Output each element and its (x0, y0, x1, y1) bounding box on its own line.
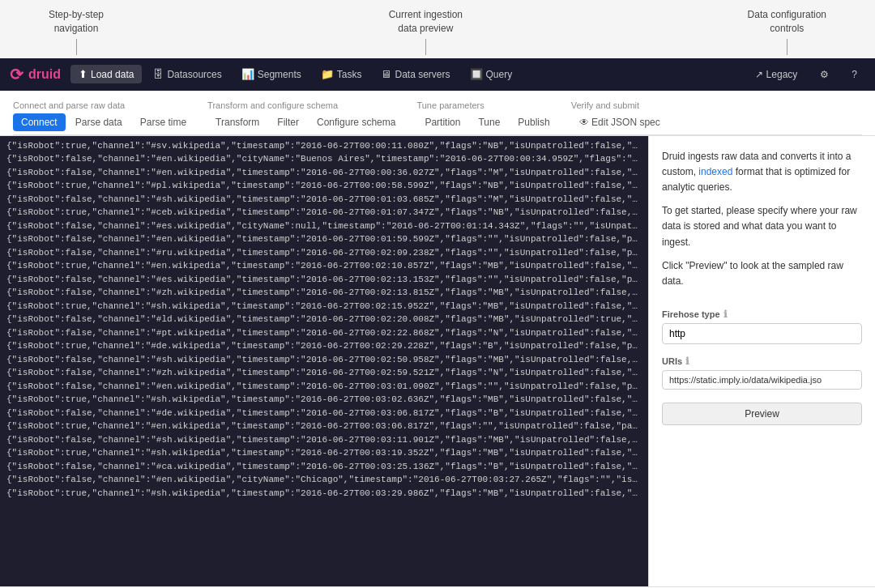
data-line: {"isRobot":true,"channel":"#sv.wikipedia… (6, 139, 642, 153)
segments-icon: 📊 (241, 68, 254, 80)
nav-load-data[interactable]: ⬆ Load data (70, 65, 142, 83)
uris-group: URIs ℹ https://static.imply.io/data/wiki… (662, 356, 862, 390)
description-text: Druid ingests raw data and converts it i… (662, 149, 862, 196)
wizard-steps-verify: 👁 Edit JSON spec (571, 113, 668, 131)
nav-legacy-label: Legacy (766, 69, 798, 80)
firehose-label: Firehose type ℹ (662, 309, 862, 320)
logo: ⟳ druid (10, 65, 61, 84)
main-content: {"isRobot":true,"channel":"#sv.wikipedia… (0, 136, 875, 586)
annotation-right: Data configurationcontrols (748, 8, 826, 55)
tasks-icon: 📁 (321, 68, 334, 80)
step-transform[interactable]: Transform (207, 113, 267, 131)
nav-datasources[interactable]: 🗄 Datasources (145, 65, 229, 83)
step-edit-json[interactable]: 👁 Edit JSON spec (571, 113, 668, 131)
data-line: {"isRobot":false,"channel":"#sh.wikipedi… (6, 353, 642, 367)
data-line: {"isRobot":true,"channel":"#ceb.wikipedi… (6, 206, 642, 219)
description-text-3: Click "Preview" to look at the sampled r… (662, 258, 862, 289)
nav-segments[interactable]: 📊 Segments (233, 65, 309, 83)
data-line: {"isRobot":false,"channel":"#es.wikipedi… (6, 219, 642, 233)
data-line: {"isRobot":false,"channel":"#ld.wikipedi… (6, 313, 642, 326)
data-line: {"isRobot":false,"channel":"#zh.wikipedi… (6, 286, 642, 300)
query-icon: 🔲 (470, 68, 483, 80)
firehose-select[interactable]: http local inline s3 hdfs (662, 323, 862, 344)
nav-segments-label: Segments (258, 69, 301, 80)
group-label-transform: Transform and configure schema (207, 100, 403, 110)
data-line: {"isRobot":true,"channel":"#en.wikipedia… (6, 420, 642, 433)
nav-legacy-icon: ↗ (755, 69, 763, 80)
wizard-group-tune: Tune parameters Partition Tune Publish (416, 97, 570, 134)
nav-right: ↗ Legacy ⚙ ? (747, 66, 865, 83)
data-line: {"isRobot":false,"channel":"#sh.wikipedi… (6, 193, 642, 207)
wizard-steps-transform: Transform Filter Configure schema (207, 113, 403, 131)
data-line: {"isRobot":false,"channel":"#en.wikipedi… (6, 166, 642, 180)
data-servers-icon: 🖥 (381, 68, 391, 80)
nav-tasks[interactable]: 📁 Tasks (313, 65, 370, 83)
wizard-group-transform: Transform and configure schema Transform… (207, 97, 416, 134)
data-line: {"isRobot":false,"channel":"#es.wikipedi… (6, 273, 642, 287)
annotation-center: Current ingestiondata preview (389, 8, 463, 55)
step-connect[interactable]: Connect (13, 113, 66, 131)
step-filter[interactable]: Filter (269, 113, 307, 131)
nav-tasks-label: Tasks (337, 69, 362, 80)
nav-data-servers[interactable]: 🖥 Data servers (373, 65, 458, 83)
wizard-groups: Connect and parse raw data Connect Parse… (13, 91, 862, 135)
data-line: {"isRobot":true,"channel":"#en.wikipedia… (6, 259, 642, 273)
data-line: {"isRobot":true,"channel":"#sh.wikipedia… (6, 487, 642, 501)
nav-datasources-label: Datasources (167, 69, 221, 80)
firehose-info-icon[interactable]: ℹ (723, 309, 728, 320)
nav-help[interactable]: ? (843, 66, 865, 83)
step-parse-time[interactable]: Parse time (132, 113, 194, 131)
group-label-tune: Tune parameters (416, 100, 557, 110)
load-data-icon: ⬆ (79, 68, 88, 80)
data-line: {"isRobot":false,"channel":"#ca.wikipedi… (6, 460, 642, 474)
data-preview-panel[interactable]: {"isRobot":true,"channel":"#sv.wikipedia… (0, 136, 648, 586)
annotations-bar: Step-by-stepnavigation Current ingestion… (0, 0, 875, 58)
wizard-steps-tune: Partition Tune Publish (416, 113, 557, 131)
preview-button[interactable]: Preview (662, 403, 862, 425)
navbar: ⟳ druid ⬆ Load data 🗄 Datasources 📊 Segm… (0, 58, 875, 91)
step-configure-schema[interactable]: Configure schema (309, 113, 403, 131)
data-line: {"isRobot":false,"channel":"#en.wikipedi… (6, 473, 642, 487)
wizard-group-verify: Verify and submit 👁 Edit JSON spec (571, 97, 681, 134)
data-line: {"isRobot":false,"channel":"#zh.wikipedi… (6, 366, 642, 380)
logo-icon: ⟳ (10, 65, 23, 84)
description-text-2: To get started, please specify where you… (662, 203, 862, 250)
wizard-steps-connect: Connect Parse data Parse time (13, 113, 194, 131)
data-line: {"isRobot":true,"channel":"#sh.wikipedia… (6, 446, 642, 460)
nav-legacy[interactable]: ↗ Legacy (747, 66, 806, 83)
data-line: {"isRobot":false,"channel":"#en.wikipedi… (6, 152, 642, 166)
step-publish[interactable]: Publish (510, 113, 557, 131)
logo-text: druid (28, 67, 61, 82)
data-line: {"isRobot":false,"channel":"#de.wikipedi… (6, 407, 642, 420)
uris-input[interactable]: https://static.imply.io/data/wikipedia.j… (662, 370, 862, 390)
data-line: {"isRobot":false,"channel":"#sh.wikipedi… (6, 433, 642, 447)
step-tune[interactable]: Tune (470, 113, 508, 131)
step-partition[interactable]: Partition (416, 113, 468, 131)
indexed-link[interactable]: indexed (698, 166, 732, 177)
data-line: {"isRobot":false,"channel":"#en.wikipedi… (6, 380, 642, 394)
help-icon: ? (852, 69, 857, 80)
nav-settings[interactable]: ⚙ (812, 66, 837, 83)
data-line: {"isRobot":true,"channel":"#pl.wikipedia… (6, 179, 642, 193)
step-parse-data[interactable]: Parse data (67, 113, 130, 131)
data-line: {"isRobot":false,"channel":"#ru.wikipedi… (6, 246, 642, 260)
nav-query[interactable]: 🔲 Query (462, 65, 521, 83)
wizard-bar: Connect and parse raw data Connect Parse… (0, 91, 875, 136)
datasources-icon: 🗄 (153, 68, 164, 80)
uris-label: URIs ℹ (662, 356, 862, 367)
group-label-verify: Verify and submit (571, 100, 668, 110)
wizard-group-connect: Connect and parse raw data Connect Parse… (13, 97, 207, 134)
data-line: {"isRobot":true,"channel":"#de.wikipedia… (6, 339, 642, 353)
data-line: {"isRobot":true,"channel":"#sh.wikipedia… (6, 300, 642, 313)
data-line: {"isRobot":false,"channel":"#en.wikipedi… (6, 232, 642, 246)
data-line: {"isRobot":false,"channel":"#pt.wikipedi… (6, 326, 642, 340)
settings-icon: ⚙ (820, 69, 829, 80)
nav-load-data-label: Load data (91, 69, 134, 80)
data-line: {"isRobot":true,"channel":"#sh.wikipedia… (6, 393, 642, 407)
eye-icon: 👁 (579, 117, 589, 128)
group-label-connect: Connect and parse raw data (13, 100, 194, 110)
right-panel: Druid ingests raw data and converts it i… (648, 136, 875, 586)
nav-query-label: Query (486, 69, 513, 80)
uris-info-icon[interactable]: ℹ (685, 356, 689, 367)
nav-data-servers-label: Data servers (395, 69, 450, 80)
